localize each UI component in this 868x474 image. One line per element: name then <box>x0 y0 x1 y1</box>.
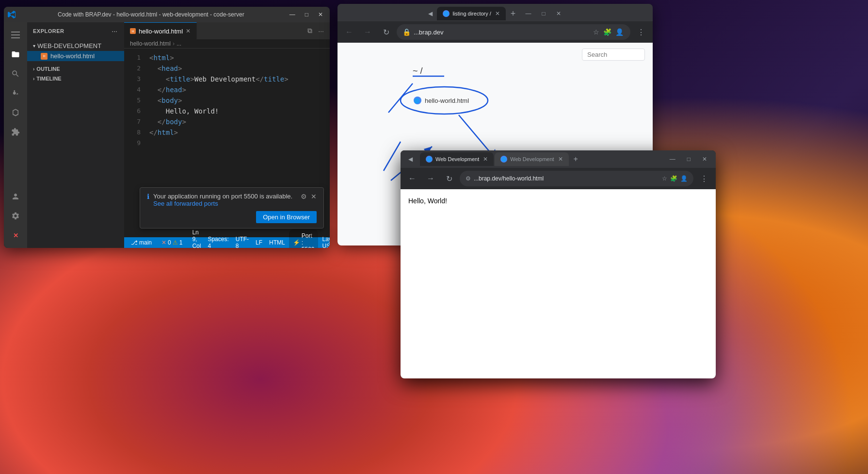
browser1-toolbar-right: ⋮ <box>633 24 649 40</box>
notification-text: Your application running on port 5500 is… <box>153 193 297 207</box>
open-in-browser-btn[interactable]: Open in Browser <box>256 211 317 223</box>
browser1-new-tab-btn[interactable]: + <box>507 7 520 21</box>
explorer-file-hello-world[interactable]: H hello-world.html <box>27 51 124 61</box>
browser1-maximize[interactable]: □ <box>537 8 550 19</box>
git-branch-icon: ⎇ <box>131 239 138 246</box>
browser1-extensions-btn[interactable]: 🧩 <box>602 27 612 37</box>
browser2-close[interactable]: ✕ <box>697 154 712 164</box>
status-errors[interactable]: ✕ 0 ⚠ 1 <box>159 239 185 246</box>
browser2-new-tab-btn[interactable]: + <box>570 153 582 165</box>
split-editor-btn[interactable]: ⧉ <box>305 26 314 36</box>
sidebar-menu-btn[interactable]: ··· <box>111 26 118 36</box>
status-branch[interactable]: ⎇ main <box>128 239 155 246</box>
sidebar-item-search[interactable] <box>7 65 24 82</box>
browser1-tab-close[interactable]: ✕ <box>495 10 500 17</box>
browser2-tab-2[interactable]: 🌐 Web Development ✕ <box>495 152 568 166</box>
browser2-titlebar: ◀ 🌐 Web Development ✕ 🌐 Web Development … <box>401 150 716 168</box>
status-ln-col[interactable]: Ln 9, Col 7 <box>189 229 204 248</box>
browser1-minimize[interactable]: — <box>520 8 536 19</box>
browser1-titlebar: ◀ 🌐 listing directory / ✕ + — □ ✕ <box>338 4 653 21</box>
code-line-5: <body> <box>149 95 305 106</box>
timeline-section-header[interactable]: › Timeline <box>27 74 124 83</box>
sidebar-item-extensions[interactable] <box>7 123 24 141</box>
activity-bar-account[interactable] <box>7 188 24 205</box>
browser2-tab-bar: 🌐 Web Development ✕ 🌐 Web Development ✕ … <box>418 152 584 166</box>
status-encoding[interactable]: UTF-8 <box>233 229 252 248</box>
browser2-extensions-icon[interactable]: 🧩 <box>670 175 677 182</box>
browser1-active-tab[interactable]: 🌐 listing directory / ✕ <box>437 7 505 20</box>
browser1-menu-btn[interactable]: ⋮ <box>633 24 649 40</box>
browser2-tab2-close[interactable]: ✕ <box>558 156 563 163</box>
status-spaces[interactable]: Spaces: 4 <box>205 229 231 248</box>
status-branch-label: main <box>139 239 152 246</box>
html-file-icon: H <box>41 53 48 60</box>
vscode-close-btn[interactable]: ✕ <box>315 10 326 19</box>
sidebar-title: Explorer <box>33 28 64 34</box>
vscode-minimize-btn[interactable]: — <box>287 10 298 19</box>
browser1-address-actions: ☆ 🧩 👤 <box>592 27 625 37</box>
browser2-forward-btn[interactable]: → <box>423 171 438 186</box>
browser1-profile-btn[interactable]: 👤 <box>614 27 625 37</box>
explorer-section: ▾ WEB-DEVELOPMENT H hello-world.html <box>27 40 124 62</box>
code-line-6: Hello, World! <box>149 106 305 116</box>
browser1-forward-btn[interactable]: → <box>360 24 375 40</box>
browser2-minimize[interactable]: — <box>665 154 680 164</box>
browser2-extensions-menu[interactable]: ◀ <box>404 153 416 165</box>
editor-tab-hello-world[interactable]: H hello-world.html ✕ <box>124 22 197 39</box>
status-eol[interactable]: LF <box>253 229 265 248</box>
browser1-close[interactable]: ✕ <box>551 8 566 19</box>
sidebar-item-explorer[interactable] <box>7 46 24 63</box>
browser2-address-bar[interactable]: ⚙ ...brap.dev/hello-world.html ☆ 🧩 👤 <box>460 171 693 186</box>
breadcrumb: hello-world.html › ... <box>124 39 330 49</box>
outline-section-header[interactable]: › Outline <box>27 64 124 74</box>
explorer-folder-web-development[interactable]: ▾ WEB-DEVELOPMENT <box>27 41 124 51</box>
tab-close-btn[interactable]: ✕ <box>186 28 191 34</box>
folder-label: WEB-DEVELOPMENT <box>37 42 101 49</box>
browser1-lock-icon: 🔒 <box>402 28 411 36</box>
notification-popup: ℹ Your application running on port 5500 … <box>140 187 324 229</box>
browser1-back-btn[interactable]: ← <box>341 24 357 40</box>
browser2-profile-icon[interactable]: 👤 <box>680 175 688 182</box>
activity-bar-bottom: ✕ <box>7 188 24 244</box>
more-actions-btn[interactable]: ··· <box>316 26 326 36</box>
breadcrumb-separator: › <box>173 40 175 47</box>
browser-window-web-dev: ◀ 🌐 Web Development ✕ 🌐 Web Development … <box>401 150 716 378</box>
browser2-bookmark-icon[interactable]: ☆ <box>662 175 667 182</box>
browser1-extensions-menu[interactable]: ◀ <box>424 8 436 19</box>
browser1-bookmark-btn[interactable]: ☆ <box>592 27 600 37</box>
browser2-tab-1[interactable]: 🌐 Web Development ✕ <box>420 152 494 166</box>
browser2-reload-btn[interactable]: ↻ <box>441 171 457 186</box>
browser1-address-bar[interactable]: 🔒 ...brap.dev ☆ 🧩 👤 <box>397 24 630 40</box>
port-icon: ⚡ <box>293 239 300 246</box>
sidebar-item-source-control[interactable] <box>7 84 24 102</box>
status-right: Ln 9, Col 7 Spaces: 4 UTF-8 LF HTML <box>189 229 330 248</box>
tab-file-icon: H <box>130 28 136 34</box>
browser2-back-btn[interactable]: ← <box>404 171 420 186</box>
browser2-maximize[interactable]: □ <box>682 154 695 164</box>
sidebar-item-run-debug[interactable] <box>7 104 24 121</box>
activity-bar-menu[interactable] <box>7 26 24 44</box>
browser2-controls: ← → ↻ ⚙ ...brap.dev/hello-world.html ☆ 🧩… <box>401 168 716 189</box>
browser2-tab1-close[interactable]: ✕ <box>483 156 488 163</box>
error-count: 0 <box>168 239 171 246</box>
notification-content: ℹ Your application running on port 5500 … <box>147 193 317 207</box>
svg-rect-2 <box>11 37 20 38</box>
editor-tabs: H hello-world.html ✕ ⧉ ··· <box>124 22 330 39</box>
editor-tab-actions: ⧉ ··· <box>305 26 330 36</box>
sidebar-bottom-sections: › Outline › Timeline <box>27 62 124 85</box>
chevron-down-icon: ▾ <box>33 43 35 49</box>
status-language[interactable]: HTML <box>266 229 288 248</box>
notification-link[interactable]: See all forwarded ports <box>153 200 218 207</box>
notification-close-btn[interactable]: ✕ <box>311 193 317 200</box>
browser2-menu-btn[interactable]: ⋮ <box>696 171 712 186</box>
code-line-2: <head> <box>149 63 305 74</box>
file-label: hello-world.html <box>50 52 95 60</box>
browser1-reload-btn[interactable]: ↻ <box>378 24 394 40</box>
activity-bar-settings[interactable] <box>7 207 24 225</box>
vscode-maximize-btn[interactable]: □ <box>302 10 311 19</box>
browser1-tab-label: listing directory / <box>452 11 491 16</box>
browser1-controls: ← → ↻ 🔒 ...brap.dev ☆ 🧩 👤 ⋮ <box>338 21 653 43</box>
notification-settings-btn[interactable]: ⚙ <box>301 193 307 200</box>
code-line-3: <title>Web Development</title> <box>149 74 305 84</box>
svg-text:~ /: ~ / <box>413 66 423 76</box>
